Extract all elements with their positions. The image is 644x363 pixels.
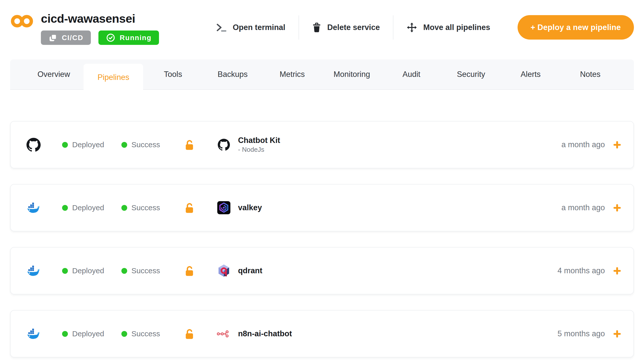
- trash-icon: [312, 22, 321, 33]
- move-all-pipelines-label: Move all pipelines: [423, 23, 490, 32]
- move-icon: [407, 22, 417, 33]
- plus-icon[interactable]: [612, 203, 622, 213]
- deploy-status-label: Deployed: [72, 266, 104, 275]
- github-icon: [26, 138, 41, 152]
- tab-notes[interactable]: Notes: [560, 59, 620, 89]
- page-header: cicd-wawasensei CI/CD: [0, 0, 644, 45]
- service-type-label: CI/CD: [62, 34, 83, 42]
- build-status: Success: [121, 266, 160, 275]
- unlock-icon: [184, 202, 195, 214]
- unlock-icon: [184, 265, 195, 277]
- plus-icon[interactable]: [612, 140, 622, 149]
- deploy-new-pipeline-button[interactable]: + Deploy a new pipeline: [518, 15, 634, 40]
- deploy-status-label: Deployed: [72, 329, 104, 338]
- status-dot-icon: [62, 331, 68, 337]
- pipeline-row-chatbot-kit[interactable]: Deployed Success Chatbot Kit - NodeJs a …: [10, 121, 634, 168]
- pipeline-row-qdrant[interactable]: Deployed Success: [10, 247, 634, 294]
- tab-alerts[interactable]: Alerts: [501, 59, 560, 89]
- deploy-status: Deployed: [62, 266, 104, 275]
- status-dot-icon: [121, 142, 127, 148]
- status-dot-icon: [121, 205, 127, 211]
- deploy-status: Deployed: [62, 140, 104, 149]
- deploy-status-label: Deployed: [72, 140, 104, 149]
- valkey-logo-icon: [217, 201, 231, 214]
- build-status-label: Success: [131, 329, 160, 338]
- pipeline-name-block: valkey: [238, 203, 262, 212]
- github-icon: [217, 139, 231, 151]
- build-status: Success: [121, 203, 160, 212]
- pipeline-row-n8n-ai-chatbot[interactable]: Deployed Success: [10, 310, 634, 357]
- status-dot-icon: [121, 331, 127, 337]
- docker-icon: [26, 202, 41, 214]
- unlock-icon: [184, 139, 195, 151]
- check-circle-icon: [106, 33, 115, 42]
- status-dot-icon: [121, 268, 127, 274]
- pipeline-list: Deployed Success Chatbot Kit - NodeJs a …: [0, 121, 644, 357]
- pipeline-name: Chatbot Kit: [238, 136, 280, 145]
- tab-bar: Overview Pipelines Tools Backups Metrics…: [10, 59, 634, 90]
- status-label: Running: [120, 34, 151, 42]
- deploy-status: Deployed: [62, 203, 104, 212]
- build-status-label: Success: [131, 203, 160, 212]
- updated-timestamp: 5 months ago: [557, 329, 605, 338]
- status-badge: Running: [98, 31, 159, 45]
- service-type-badge: CI/CD: [41, 31, 91, 45]
- open-terminal-label: Open terminal: [233, 23, 285, 32]
- qdrant-logo-icon: [217, 264, 231, 278]
- tab-overview[interactable]: Overview: [24, 59, 84, 89]
- build-status-label: Success: [131, 140, 160, 149]
- updated-timestamp: a month ago: [561, 203, 605, 212]
- delete-service-label: Delete service: [327, 23, 380, 32]
- pipeline-name: valkey: [238, 203, 262, 212]
- pipeline-name-block: qdrant: [238, 266, 262, 275]
- pipeline-name: qdrant: [238, 266, 262, 275]
- docker-icon: [26, 265, 41, 277]
- infinity-logo-icon: [10, 13, 34, 31]
- status-dot-icon: [62, 205, 68, 211]
- tab-monitoring[interactable]: Monitoring: [322, 59, 382, 89]
- pipeline-name-block: Chatbot Kit - NodeJs: [238, 136, 280, 154]
- service-title: cicd-wawasensei: [41, 13, 159, 24]
- tab-security[interactable]: Security: [441, 59, 501, 89]
- terminal-icon: [216, 23, 227, 32]
- pipeline-name-block: n8n-ai-chatbot: [238, 329, 292, 338]
- tab-tools[interactable]: Tools: [143, 59, 203, 89]
- deploy-status-label: Deployed: [72, 203, 104, 212]
- badge-row: CI/CD Running: [41, 31, 159, 45]
- pipeline-row-valkey[interactable]: Deployed Success valkey a mo: [10, 184, 634, 231]
- tab-backups[interactable]: Backups: [203, 59, 262, 89]
- header-actions: Open terminal Delete service: [216, 15, 634, 40]
- status-dot-icon: [62, 268, 68, 274]
- tab-metrics[interactable]: Metrics: [262, 59, 322, 89]
- tab-audit[interactable]: Audit: [382, 59, 441, 89]
- build-status-label: Success: [131, 266, 160, 275]
- open-terminal-button[interactable]: Open terminal: [216, 15, 298, 40]
- updated-timestamp: a month ago: [561, 140, 605, 149]
- plus-icon[interactable]: [612, 266, 622, 276]
- plus-icon[interactable]: [612, 329, 622, 339]
- build-status: Success: [121, 140, 160, 149]
- docker-icon: [26, 328, 41, 340]
- build-status: Success: [121, 329, 160, 338]
- title-block: cicd-wawasensei CI/CD: [41, 11, 159, 45]
- status-dot-icon: [62, 142, 68, 148]
- updated-timestamp: 4 months ago: [557, 266, 605, 275]
- n8n-logo-icon: [217, 329, 231, 338]
- delete-service-button[interactable]: Delete service: [299, 15, 393, 40]
- tab-pipelines[interactable]: Pipelines: [84, 64, 143, 91]
- service-page: cicd-wawasensei CI/CD: [0, 0, 644, 363]
- move-all-pipelines-button[interactable]: Move all pipelines: [393, 15, 503, 40]
- pipeline-subtitle: - NodeJs: [238, 146, 280, 154]
- copy-icon: [48, 33, 58, 42]
- service-brand: cicd-wawasensei CI/CD: [10, 11, 159, 45]
- unlock-icon: [184, 328, 195, 340]
- deploy-status: Deployed: [62, 329, 104, 338]
- pipeline-name: n8n-ai-chatbot: [238, 329, 292, 338]
